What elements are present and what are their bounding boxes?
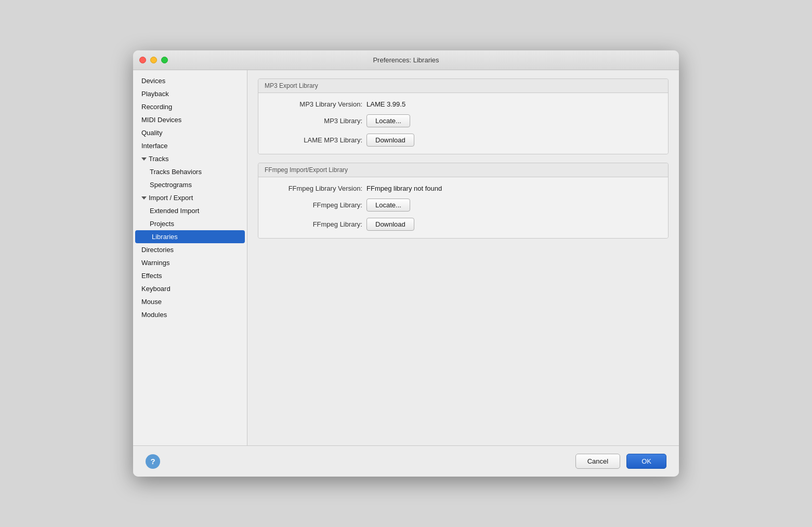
title-bar: Preferences: Libraries: [133, 50, 679, 70]
cancel-button[interactable]: Cancel: [575, 454, 620, 469]
sidebar-item-label: Extended Import: [150, 207, 199, 215]
help-button[interactable]: ?: [146, 454, 160, 469]
ffmpeg-section-header: FFmpeg Import/Export Library: [258, 163, 668, 177]
sidebar-item-label: Effects: [141, 272, 162, 280]
ffmpeg-library-label: FFmpeg Library:: [269, 201, 362, 209]
mp3-version-label: MP3 Library Version:: [269, 100, 362, 108]
sidebar-item-label: Interface: [141, 142, 168, 150]
mp3-library-label: MP3 Library:: [269, 117, 362, 125]
sidebar-item-label: Warnings: [141, 259, 169, 267]
chevron-down-icon: [141, 157, 147, 161]
footer-right: Cancel OK: [575, 454, 666, 469]
sidebar-item-spectrograms[interactable]: Spectrograms: [133, 178, 247, 191]
ffmpeg-library-row: FFmpeg Library: Locate...: [269, 199, 658, 212]
sidebar-item-tracks[interactable]: Tracks: [133, 152, 247, 165]
ffmpeg-version-label: FFmpeg Library Version:: [269, 185, 362, 192]
footer-left: ?: [146, 454, 160, 469]
sidebar: DevicesPlaybackRecordingMIDI DevicesQual…: [133, 70, 247, 445]
lame-label: LAME MP3 Library:: [269, 136, 362, 144]
minimize-button[interactable]: [150, 57, 157, 63]
window-controls: [139, 57, 168, 63]
sidebar-item-warnings[interactable]: Warnings: [133, 256, 247, 269]
main-content: MP3 Export Library MP3 Library Version: …: [247, 70, 679, 445]
close-button[interactable]: [139, 57, 146, 63]
sidebar-item-label: Devices: [141, 77, 165, 85]
sidebar-item-label: MIDI Devices: [141, 116, 181, 124]
preferences-window: Preferences: Libraries DevicesPlaybackRe…: [133, 50, 679, 477]
sidebar-item-interface[interactable]: Interface: [133, 139, 247, 152]
sidebar-item-modules[interactable]: Modules: [133, 308, 247, 321]
sidebar-item-label: Import / Export: [149, 194, 193, 202]
ffmpeg-version-value: FFmpeg library not found: [366, 185, 442, 192]
sidebar-item-label: Tracks Behaviors: [150, 168, 202, 176]
ok-button[interactable]: OK: [626, 454, 666, 469]
sidebar-item-label: Libraries: [152, 233, 178, 241]
ffmpeg-library2-label: FFmpeg Library:: [269, 220, 362, 228]
mp3-version-value: LAME 3.99.5: [366, 100, 405, 108]
window-body: DevicesPlaybackRecordingMIDI DevicesQual…: [133, 70, 679, 445]
sidebar-item-mouse[interactable]: Mouse: [133, 295, 247, 308]
ffmpeg-version-row: FFmpeg Library Version: FFmpeg library n…: [269, 185, 658, 192]
mp3-library-row: MP3 Library: Locate...: [269, 114, 658, 127]
mp3-section-header: MP3 Export Library: [258, 79, 668, 93]
sidebar-item-label: Projects: [150, 220, 174, 228]
sidebar-item-label: Playback: [141, 90, 169, 98]
sidebar-item-midi-devices[interactable]: MIDI Devices: [133, 113, 247, 126]
sidebar-item-libraries[interactable]: Libraries: [135, 230, 245, 243]
ffmpeg-library2-row: FFmpeg Library: Download: [269, 218, 658, 231]
sidebar-item-label: Spectrograms: [150, 181, 192, 189]
sidebar-item-label: Directories: [141, 246, 174, 254]
sidebar-item-projects[interactable]: Projects: [133, 217, 247, 230]
window-title: Preferences: Libraries: [373, 56, 439, 64]
sidebar-item-extended-import[interactable]: Extended Import: [133, 204, 247, 217]
sidebar-item-label: Mouse: [141, 298, 162, 306]
footer: ? Cancel OK: [133, 445, 679, 477]
sidebar-item-import-export[interactable]: Import / Export: [133, 191, 247, 204]
lame-row: LAME MP3 Library: Download: [269, 134, 658, 147]
mp3-section: MP3 Export Library MP3 Library Version: …: [258, 78, 669, 154]
sidebar-item-label: Tracks: [149, 155, 169, 163]
sidebar-item-label: Modules: [141, 311, 167, 319]
ffmpeg-section-body: FFmpeg Library Version: FFmpeg library n…: [258, 177, 668, 238]
sidebar-item-directories[interactable]: Directories: [133, 243, 247, 256]
mp3-section-body: MP3 Library Version: LAME 3.99.5 MP3 Lib…: [258, 93, 668, 154]
sidebar-item-label: Recording: [141, 103, 172, 111]
sidebar-item-label: Keyboard: [141, 285, 171, 293]
ffmpeg-download-button[interactable]: Download: [366, 218, 414, 231]
sidebar-item-recording[interactable]: Recording: [133, 100, 247, 113]
lame-download-button[interactable]: Download: [366, 134, 414, 147]
mp3-version-row: MP3 Library Version: LAME 3.99.5: [269, 100, 658, 108]
sidebar-item-keyboard[interactable]: Keyboard: [133, 282, 247, 295]
sidebar-item-effects[interactable]: Effects: [133, 269, 247, 282]
sidebar-item-playback[interactable]: Playback: [133, 87, 247, 100]
sidebar-item-quality[interactable]: Quality: [133, 126, 247, 139]
ffmpeg-locate-button[interactable]: Locate...: [366, 199, 410, 212]
ffmpeg-section: FFmpeg Import/Export Library FFmpeg Libr…: [258, 163, 669, 239]
maximize-button[interactable]: [161, 57, 168, 63]
sidebar-item-devices[interactable]: Devices: [133, 74, 247, 87]
chevron-down-icon: [141, 196, 147, 200]
sidebar-item-tracks-behaviors[interactable]: Tracks Behaviors: [133, 165, 247, 178]
mp3-locate-button[interactable]: Locate...: [366, 114, 410, 127]
sidebar-item-label: Quality: [141, 129, 162, 137]
